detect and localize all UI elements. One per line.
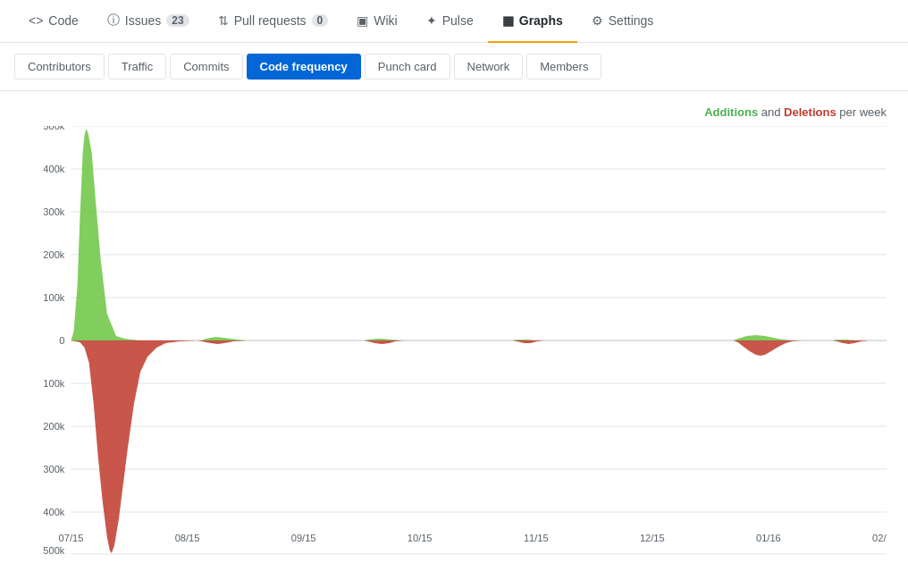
x-label-1115: 11/15 bbox=[524, 533, 549, 543]
y-label-500k-top: 500k bbox=[43, 126, 65, 131]
y-label-400k-top: 400k bbox=[43, 164, 65, 174]
nav-settings[interactable]: ⚙ Settings bbox=[577, 0, 668, 43]
code-icon: <> bbox=[29, 13, 43, 28]
additions-label: Additions bbox=[704, 105, 758, 119]
chart-legend: Additions and Deletions per week bbox=[21, 105, 887, 119]
tab-network[interactable]: Network bbox=[454, 54, 524, 80]
y-label-400k-bot: 400k bbox=[43, 507, 65, 517]
graphs-icon: ▦ bbox=[502, 13, 514, 28]
chart-svg: 500k 400k 300k 200k 100k 0 100k 200k bbox=[21, 126, 887, 555]
nav-code[interactable]: <> Code bbox=[14, 0, 93, 43]
pr-badge: 0 bbox=[312, 14, 329, 27]
y-label-300k-bot: 300k bbox=[43, 464, 65, 475]
x-label-0116: 01/16 bbox=[756, 533, 781, 543]
tab-traffic[interactable]: Traffic bbox=[108, 54, 166, 80]
nav-issues-label: Issues bbox=[125, 13, 161, 28]
nav-pulse-label: Pulse bbox=[442, 13, 474, 28]
top-navigation: <> Code ⓘ Issues 23 ⇅ Pull requests 0 ▣ … bbox=[0, 0, 908, 43]
chart-area: 500k 400k 300k 200k 100k 0 100k 200k bbox=[21, 126, 887, 555]
chart-container: Additions and Deletions per week 500k 40… bbox=[0, 91, 908, 555]
tab-code-frequency[interactable]: Code frequency bbox=[247, 54, 361, 80]
y-label-100k-bot: 100k bbox=[43, 378, 65, 389]
nav-code-label: Code bbox=[48, 13, 78, 28]
deletions-area bbox=[71, 340, 887, 553]
nav-issues[interactable]: ⓘ Issues 23 bbox=[93, 0, 204, 43]
pr-icon: ⇅ bbox=[218, 13, 229, 28]
y-label-200k-top: 200k bbox=[43, 249, 65, 260]
nav-settings-label: Settings bbox=[609, 13, 654, 28]
nav-pulse[interactable]: ✦ Pulse bbox=[412, 0, 488, 43]
nav-pr-label: Pull requests bbox=[234, 13, 307, 28]
tab-contributors[interactable]: Contributors bbox=[14, 54, 105, 80]
wiki-icon: ▣ bbox=[357, 13, 368, 28]
nav-wiki[interactable]: ▣ Wiki bbox=[342, 0, 411, 43]
x-label-0715: 07/15 bbox=[59, 533, 84, 543]
settings-icon: ⚙ bbox=[592, 13, 603, 28]
nav-graphs[interactable]: ▦ Graphs bbox=[488, 0, 577, 43]
per-week-label: per week bbox=[839, 105, 887, 119]
x-label-1215: 12/15 bbox=[640, 533, 665, 543]
pulse-icon: ✦ bbox=[426, 13, 437, 28]
issues-icon: ⓘ bbox=[107, 13, 120, 29]
nav-wiki-label: Wiki bbox=[374, 13, 397, 28]
y-label-300k-top: 300k bbox=[43, 206, 65, 217]
deletions-label: Deletions bbox=[784, 105, 837, 119]
and-label: and bbox=[761, 105, 784, 119]
y-label-100k-top: 100k bbox=[43, 292, 65, 303]
y-label-zero: 0 bbox=[59, 335, 64, 346]
x-label-1015: 10/15 bbox=[408, 533, 433, 543]
nav-graphs-label: Graphs bbox=[519, 13, 563, 28]
y-label-200k-bot: 200k bbox=[43, 421, 65, 432]
x-label-0815: 08/15 bbox=[175, 533, 200, 543]
y-label-500k-bot: 500k bbox=[43, 545, 65, 555]
nav-pull-requests[interactable]: ⇅ Pull requests 0 bbox=[204, 0, 343, 43]
x-label-0216: 02/16 bbox=[872, 533, 887, 543]
x-label-0915: 09/15 bbox=[291, 533, 316, 543]
issues-badge: 23 bbox=[166, 14, 189, 27]
tab-punch-card[interactable]: Punch card bbox=[365, 54, 450, 80]
tab-members[interactable]: Members bbox=[526, 54, 601, 80]
tab-commits[interactable]: Commits bbox=[170, 54, 242, 80]
additions-area bbox=[71, 129, 887, 340]
sub-navigation: Contributors Traffic Commits Code freque… bbox=[0, 43, 908, 91]
